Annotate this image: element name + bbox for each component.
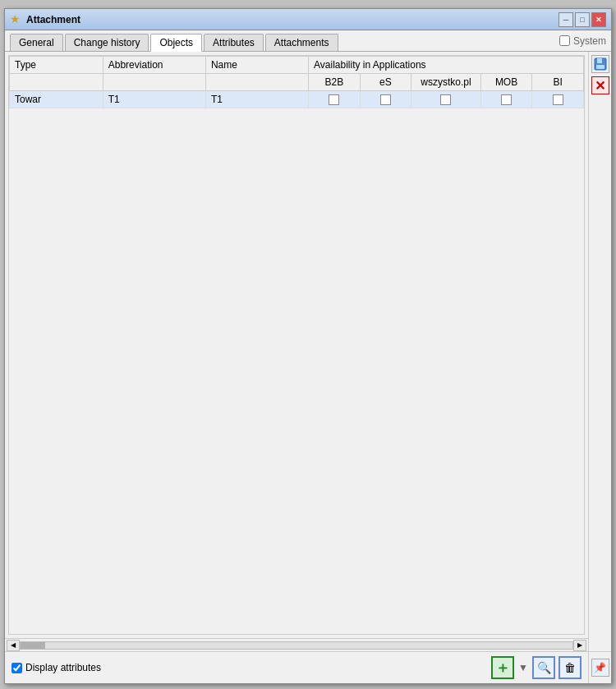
tab-objects[interactable]: Objects bbox=[150, 34, 202, 52]
bottom-right-toolbar: 📌 bbox=[588, 651, 611, 683]
col-app-bi: BI bbox=[532, 74, 584, 91]
svg-rect-1 bbox=[597, 58, 602, 63]
svg-rect-2 bbox=[596, 65, 605, 69]
col-app-wszystkopl: wszystko.pl bbox=[411, 74, 481, 91]
checkbox-mob[interactable] bbox=[501, 94, 512, 105]
bottom-row: Display attributes ＋ ▼ 🔍 🗑 bbox=[5, 651, 611, 683]
minimize-button[interactable]: ─ bbox=[559, 12, 573, 27]
add-dropdown-arrow[interactable]: ▼ bbox=[517, 662, 529, 673]
title-buttons: ─ □ ✕ bbox=[559, 12, 606, 27]
cell-b2b[interactable] bbox=[309, 91, 361, 108]
display-attributes-checkbox[interactable] bbox=[11, 663, 22, 673]
save-icon bbox=[594, 57, 607, 71]
save-button[interactable] bbox=[591, 55, 609, 73]
tab-change-history[interactable]: Change history bbox=[65, 34, 149, 51]
maximize-button[interactable]: □ bbox=[575, 12, 590, 27]
window-title: Attachment bbox=[26, 14, 80, 25]
col-app-es: eS bbox=[360, 74, 411, 91]
tab-attachments[interactable]: Attachments bbox=[265, 34, 338, 51]
col-type-spacer bbox=[10, 74, 103, 91]
bottom-bar: Display attributes ＋ ▼ 🔍 🗑 bbox=[5, 651, 588, 683]
display-attributes-container: Display attributes bbox=[11, 662, 101, 673]
cell-type: Towar bbox=[10, 91, 103, 108]
col-name-spacer bbox=[205, 74, 308, 91]
objects-table: Type Abbreviation Name Availability in A… bbox=[9, 56, 584, 108]
cell-name: T1 bbox=[205, 91, 308, 108]
col-header-availability: Availability in Applications bbox=[309, 57, 584, 74]
bottom-buttons: ＋ ▼ 🔍 🗑 bbox=[491, 656, 582, 679]
close-button[interactable]: ✕ bbox=[591, 12, 606, 27]
table-row[interactable]: Towar T1 T1 bbox=[10, 91, 584, 108]
cell-mob[interactable] bbox=[480, 91, 532, 108]
content-area: Type Abbreviation Name Availability in A… bbox=[5, 52, 611, 683]
scroll-left-button[interactable]: ◀ bbox=[7, 640, 20, 651]
title-bar: ★ Attachment ─ □ ✕ bbox=[5, 9, 611, 30]
col-header-name: Name bbox=[205, 57, 308, 74]
search-button[interactable]: 🔍 bbox=[532, 656, 555, 679]
system-check-container: System bbox=[559, 35, 606, 50]
window-icon: ★ bbox=[10, 13, 23, 26]
checkbox-wszystkopl[interactable] bbox=[440, 94, 451, 105]
table-container[interactable]: Type Abbreviation Name Availability in A… bbox=[8, 55, 585, 635]
checkbox-bi[interactable] bbox=[553, 94, 563, 105]
left-content: Type Abbreviation Name Availability in A… bbox=[5, 52, 588, 651]
add-button[interactable]: ＋ bbox=[491, 656, 514, 679]
title-bar-left: ★ Attachment bbox=[10, 13, 80, 26]
scroll-right-button[interactable]: ▶ bbox=[573, 640, 586, 651]
checkbox-b2b[interactable] bbox=[329, 94, 339, 105]
system-label: System bbox=[573, 35, 606, 47]
cell-bi[interactable] bbox=[532, 91, 584, 108]
cell-es[interactable] bbox=[360, 91, 411, 108]
horizontal-scrollbar[interactable]: ◀ ▶ bbox=[5, 638, 588, 651]
content-with-toolbar: Type Abbreviation Name Availability in A… bbox=[5, 52, 611, 651]
pin-button[interactable]: 📌 bbox=[591, 659, 609, 677]
col-app-b2b: B2B bbox=[309, 74, 361, 91]
scroll-thumb[interactable] bbox=[21, 642, 45, 649]
display-attributes-label: Display attributes bbox=[25, 662, 101, 673]
main-window: ★ Attachment ─ □ ✕ General Change histor… bbox=[4, 8, 612, 684]
tab-general[interactable]: General bbox=[10, 34, 63, 51]
delete-button[interactable]: ✕ bbox=[591, 76, 609, 94]
col-header-abbreviation: Abbreviation bbox=[103, 57, 205, 74]
scroll-track[interactable] bbox=[20, 641, 573, 650]
tab-attributes[interactable]: Attributes bbox=[204, 34, 264, 51]
checkbox-es[interactable] bbox=[380, 94, 391, 105]
col-app-mob: MOB bbox=[480, 74, 532, 91]
right-toolbar: ✕ bbox=[588, 52, 611, 651]
cell-wszystkopl[interactable] bbox=[411, 91, 481, 108]
col-header-type: Type bbox=[10, 57, 103, 74]
system-checkbox[interactable] bbox=[559, 35, 570, 46]
cell-abbreviation: T1 bbox=[103, 91, 205, 108]
tabs-bar: General Change history Objects Attribute… bbox=[5, 30, 611, 52]
col-abbr-spacer bbox=[103, 74, 205, 91]
delete-row-button[interactable]: 🗑 bbox=[559, 656, 582, 679]
